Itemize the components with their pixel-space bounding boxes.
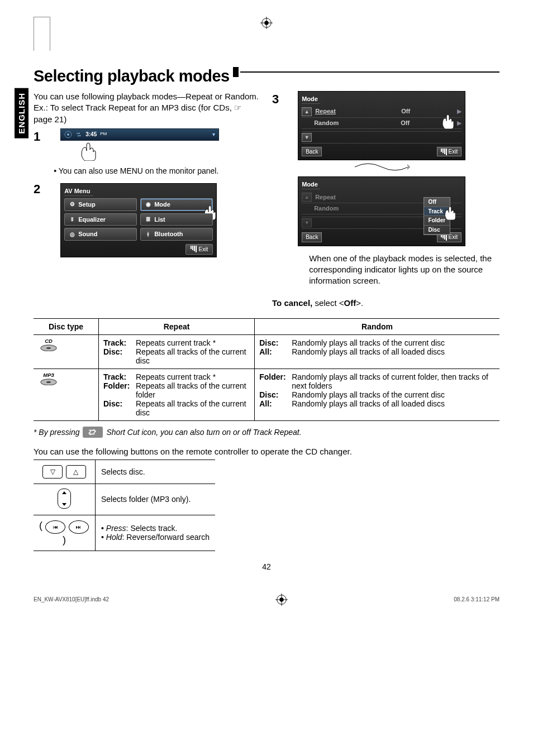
k-disc: Disc:: [103, 347, 136, 365]
step-3-number: 3: [272, 91, 284, 108]
title-rule-line: [240, 71, 499, 73]
footer-left: EN_KW-AVX810[EU]ff.indb 42: [34, 596, 109, 602]
svg-text:CD: CD: [45, 338, 53, 344]
table-row: CD Track:Repeats current track * Disc:Re…: [34, 334, 499, 369]
mode-repeat-label[interactable]: Repeat: [315, 107, 354, 116]
k-all: All:: [259, 347, 292, 356]
disc-time: 3:45: [85, 131, 97, 138]
svg-point-5: [67, 133, 69, 136]
k-disc: Disc:: [103, 399, 136, 417]
disc-ampm: PM: [100, 131, 107, 137]
playback-note: When one of the playback modes is select…: [309, 253, 497, 287]
section-title: Selecting playback modes: [34, 67, 230, 85]
remote-action: Selects disc.: [96, 460, 216, 484]
v: Randomly plays all tracks of all loaded …: [292, 347, 495, 356]
scroll-up-icon[interactable]: ▲: [302, 107, 312, 116]
playback-modes-table: Disc type Repeat Random CD Track:Repeats…: [34, 318, 499, 421]
cd-disc-icon: CD: [38, 338, 59, 352]
v: Repeats current track *: [136, 372, 250, 381]
registration-target-icon: [260, 17, 273, 29]
k-disc: Disc:: [259, 390, 292, 399]
svg-point-8: [46, 347, 51, 348]
list-icon: ≣: [144, 216, 152, 223]
repeat-options-dropdown: Off Track Folder Disc: [423, 197, 451, 235]
th-random: Random: [255, 318, 499, 334]
av-sound-button[interactable]: ◎ Sound: [64, 228, 137, 241]
print-reg-mark-left: [34, 17, 50, 51]
v: Repeats all tracks of the current disc: [136, 399, 250, 417]
th-repeat: Repeat: [99, 318, 255, 334]
v: Repeats current track *: [136, 338, 250, 347]
transition-arrow-icon: [354, 162, 410, 171]
remote-next-button[interactable]: ⏭: [69, 520, 89, 534]
shortcut-icon: [83, 427, 103, 438]
eq-icon: ⫴: [68, 216, 76, 223]
av-equalizer-button[interactable]: ⫴ Equalizer: [64, 213, 137, 226]
k-track: Track:: [103, 338, 136, 347]
remote-action: • Press: Press: Selects track.Selects tr…: [96, 515, 216, 551]
touch-finger-icon: [441, 203, 458, 220]
av-bluetooth-button[interactable]: ᚼ Bluetooth: [140, 228, 213, 241]
step-2-number: 2: [34, 181, 46, 198]
touch-finger-icon: [76, 138, 98, 161]
k-all: All:: [259, 399, 292, 408]
av-menu-panel: AV Menu ⚙ Setup ◉ Mode: [60, 183, 217, 257]
mode-back-button[interactable]: Back: [302, 232, 322, 242]
chevron-right-icon[interactable]: ▶: [457, 119, 461, 127]
v: Randomly plays all tracks of the current…: [292, 338, 495, 347]
av-exit-button[interactable]: Exit: [185, 244, 213, 255]
signal-bars-icon: [191, 246, 197, 252]
disc-spin-icon: [64, 131, 72, 138]
title-bar-icon: [233, 67, 239, 77]
v: Randomly plays all tracks of all loaded …: [292, 399, 495, 408]
signal-bars-icon: [441, 149, 447, 155]
mode-panel-1: Mode ▲ Repeat Off ▶ Random Off ▶: [298, 91, 465, 160]
av-mode-label: Mode: [154, 200, 170, 209]
repeat-option-disc[interactable]: Disc: [424, 226, 450, 235]
repeat-indicator-icon: [75, 131, 82, 138]
mode-exit-button[interactable]: Exit: [437, 147, 461, 157]
remote-note: You can use the following buttons on the…: [34, 447, 499, 456]
remote-up-button[interactable]: △: [66, 465, 86, 479]
registration-target-icon: [275, 594, 288, 606]
mode-repeat-label[interactable]: Repeat: [315, 193, 354, 202]
chevron-right-icon[interactable]: ▶: [457, 107, 461, 116]
scroll-down-icon[interactable]: ▼: [302, 133, 312, 142]
v: Randomly plays all tracks of the current…: [292, 390, 495, 399]
v: Repeats all tracks of the current folder: [136, 381, 250, 399]
mode-back-button[interactable]: Back: [302, 147, 322, 157]
av-setup-button[interactable]: ⚙ Setup: [64, 198, 137, 211]
table-row: ( ⏮ ⏭ ) • Press: Press: Selects track.Se…: [34, 515, 215, 551]
step-1-bullet: • You can also use MENU on the monitor p…: [48, 166, 259, 176]
scroll-down-icon[interactable]: ▼: [302, 218, 312, 227]
scroll-up-icon[interactable]: ▲: [302, 193, 312, 202]
svg-text:MP3: MP3: [43, 372, 54, 378]
v: Randomly plays all tracks of current fol…: [292, 372, 495, 390]
k-track: Track:: [103, 372, 136, 381]
table-row: Selects folder (MP3 only).: [34, 484, 215, 515]
table-row: ▽ △ Selects disc.: [34, 460, 215, 484]
av-list-button[interactable]: ≣ List: [140, 213, 213, 226]
mode-random-label[interactable]: Random: [314, 204, 353, 213]
remote-buttons-table: ▽ △ Selects disc. Selects folder (MP3 on…: [34, 460, 215, 551]
k-folder: Folder:: [103, 381, 136, 399]
gear-icon: ⚙: [68, 200, 76, 208]
av-menu-title: AV Menu: [64, 187, 93, 196]
mode-random-label[interactable]: Random: [314, 119, 353, 127]
signal-bars-icon: [441, 234, 447, 241]
remote-prev-button[interactable]: ⏮: [45, 520, 65, 534]
av-bluetooth-label: Bluetooth: [154, 230, 183, 238]
remote-rocker-button[interactable]: [58, 489, 71, 509]
av-mode-button[interactable]: ◉ Mode: [140, 198, 213, 211]
av-eq-label: Equalizer: [78, 216, 106, 224]
cancel-instruction: To cancel, select <Off>.: [272, 298, 499, 309]
table-row: MP3 Track:Repeats current track * Folder…: [34, 369, 499, 420]
mp3-disc-icon: MP3: [38, 372, 59, 386]
repeat-option-track[interactable]: Track: [424, 207, 450, 217]
remote-down-button[interactable]: ▽: [42, 465, 63, 479]
step-1-number: 1: [34, 128, 46, 145]
remote-action: Selects folder (MP3 only).: [96, 484, 216, 515]
language-tab: ENGLISH: [15, 88, 28, 138]
mode-panel-2: Mode ▲ Repeat Off Track Folder: [298, 176, 465, 246]
av-exit-label: Exit: [199, 246, 208, 253]
